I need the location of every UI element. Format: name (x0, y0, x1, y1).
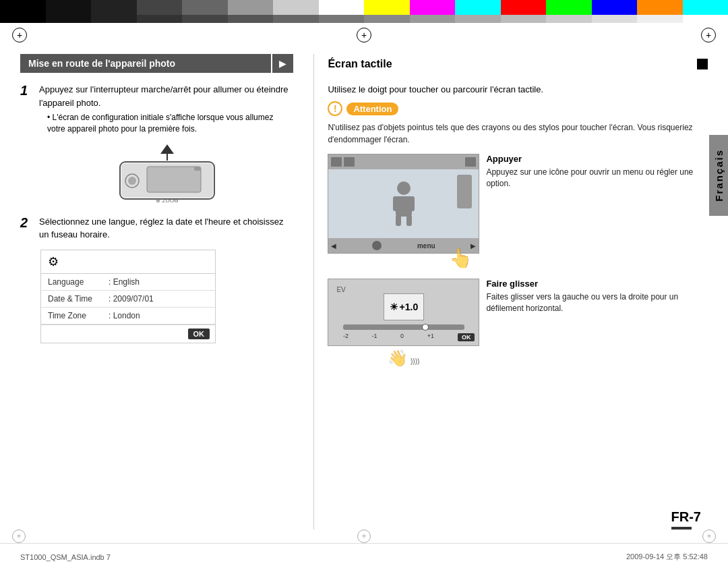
left-section-header: Mise en route de l'appareil photo ▶ (20, 54, 293, 73)
svg-rect-13 (396, 215, 401, 226)
left-column: Mise en route de l'appareil photo ▶ 1 Ap… (20, 54, 307, 530)
section-arrow-icon: ▶ (272, 54, 293, 73)
color-lightgray (228, 0, 274, 15)
appuyer-section: ◀ menu ▶ 👆 Appuyer Appuyez sur une icône… (328, 154, 708, 269)
bottom-reg-mark-left: + (12, 530, 26, 543)
ev-slider-track (343, 324, 464, 330)
datetime-label: Date & Time (48, 294, 109, 304)
color-blue (592, 0, 638, 15)
settings-container: ⚙ Language : English Date & Time : 2009/… (40, 250, 293, 343)
color-orange (637, 0, 683, 15)
settings-header: ⚙ (41, 250, 215, 274)
settings-box: ⚙ Language : English Date & Time : 2009/… (40, 250, 216, 343)
ok-button-left[interactable]: OK (188, 329, 210, 339)
gray-9 (410, 15, 456, 23)
ev-label-minus1: -1 (372, 333, 377, 339)
swipe-hand-cursor: 👋 )))) (328, 349, 479, 368)
right-column: Écran tactile Utilisez le doigt pour tou… (321, 54, 708, 530)
step-1-text: Appuyez sur l'interrupteur marche/arrêt … (39, 83, 293, 109)
gray-13 (592, 15, 638, 23)
color-darkgray2 (91, 0, 137, 15)
svg-rect-11 (393, 196, 398, 211)
faire-glisser-text-block: Faire glisser Faites glisser vers la gau… (486, 279, 708, 314)
gray-4 (182, 15, 228, 23)
gray-10 (455, 15, 501, 23)
ok-badge-slider[interactable]: OK (458, 333, 475, 341)
screen-ui-inner-tap: ◀ menu ▶ (328, 154, 479, 253)
gray-11 (501, 15, 547, 23)
step-1-bullet: L'écran de configuration initiale s'affi… (39, 112, 293, 135)
footer-left-text: ST1000_QSM_ASIA.indb 7 (20, 553, 111, 561)
step-2-text: Sélectionnez une langue, réglez la date … (39, 215, 293, 241)
section-square-icon (697, 59, 708, 69)
bottom-reg-marks: + + + (0, 530, 728, 543)
svg-point-6 (128, 177, 136, 185)
timezone-label: Time Zone (48, 311, 109, 320)
ev-label-minus2: -2 (343, 333, 348, 339)
gray-7 (319, 15, 365, 23)
step-1: 1 Appuyez sur l'interrupteur marche/arrê… (20, 83, 293, 135)
grayscale-bar (0, 15, 728, 23)
reg-mark-center: + (357, 28, 371, 42)
ev-label-text: EV (328, 286, 345, 293)
ev-slider-thumb (422, 324, 429, 331)
person-silhouette (384, 180, 424, 227)
language-label: Language (48, 277, 109, 287)
gray-8 (364, 15, 410, 23)
footer-right-text: 2009-09-14 오후 5:52:48 (626, 552, 708, 562)
intro-text: Utilisez le doigt pour toucher ou parcou… (328, 84, 708, 94)
top-color-bar (0, 0, 728, 15)
sidebar-language-tab: Français (709, 135, 728, 216)
ui-icon-mode (344, 157, 355, 167)
svg-marker-0 (160, 144, 174, 154)
settings-row-timezone: Time Zone : London (41, 308, 215, 324)
color-yellow (364, 0, 410, 15)
ui-icon-battery (465, 157, 476, 167)
step-1-content: Appuyez sur l'interrupteur marche/arrêt … (39, 83, 293, 135)
page-number-area: FR-7 (671, 509, 701, 530)
camera-illustration: ⊕ ZOOM (40, 143, 293, 206)
step-2: 2 Sélectionnez une langue, réglez la dat… (20, 215, 293, 241)
ev-value: +1.0 (400, 302, 419, 312)
gray-6 (273, 15, 319, 23)
svg-text:⊕ ZOOM: ⊕ ZOOM (156, 198, 179, 204)
settings-row-datetime: Date & Time : 2009/07/01 (41, 291, 215, 308)
color-cyan (455, 0, 501, 15)
right-section-title: Écran tactile (328, 54, 692, 74)
attention-label: Attention (346, 103, 398, 115)
column-divider (313, 54, 314, 530)
slider-ui: EV ☀ +1.0 -2 -1 0 +1 +2 OK (328, 279, 479, 346)
right-section-header: Écran tactile (328, 54, 708, 74)
faire-glisser-section: EV ☀ +1.0 -2 -1 0 +1 +2 OK (328, 279, 708, 368)
ev-slider-labels: -2 -1 0 +1 +2 (343, 333, 464, 339)
svg-rect-7 (194, 167, 201, 171)
gray-5 (228, 15, 274, 23)
gear-icon: ⚙ (48, 255, 59, 268)
gray-15 (683, 15, 729, 23)
footer: ST1000_QSM_ASIA.indb 7 2009-09-14 오후 5:5… (0, 543, 728, 570)
bottom-reg-mark-center: + (357, 530, 371, 543)
gray-12 (546, 15, 592, 23)
color-verylightgray (273, 0, 319, 15)
ui-nav-icon (372, 241, 382, 250)
tap-screen-illustration: ◀ menu ▶ 👆 (328, 154, 479, 269)
color-darkgray1 (46, 0, 92, 15)
settings-ok-area: OK (41, 324, 215, 343)
sidebar-language-label: Français (713, 149, 725, 202)
ev-value-display: ☀ +1.0 (384, 293, 424, 320)
gray-14 (637, 15, 683, 23)
ui-body-tap (328, 169, 479, 238)
settings-row-language: Language : English (41, 274, 215, 291)
faire-glisser-title: Faire glisser (486, 279, 708, 289)
svg-rect-4 (147, 167, 201, 192)
color-cyan2 (683, 0, 729, 15)
gray-2 (91, 15, 137, 23)
attention-text: N'utilisez pas d'objets pointus tels que… (328, 121, 708, 146)
screen-ui-tap: ◀ menu ▶ (328, 154, 479, 254)
color-green (546, 0, 592, 15)
color-gray (182, 0, 228, 15)
attention-icon: ! (328, 101, 342, 116)
faire-glisser-description: Faites glisser vers la gauche ou vers la… (486, 291, 708, 314)
left-section-title: Mise en route de l'appareil photo (20, 54, 271, 73)
ev-label-plus1: +1 (427, 333, 434, 339)
